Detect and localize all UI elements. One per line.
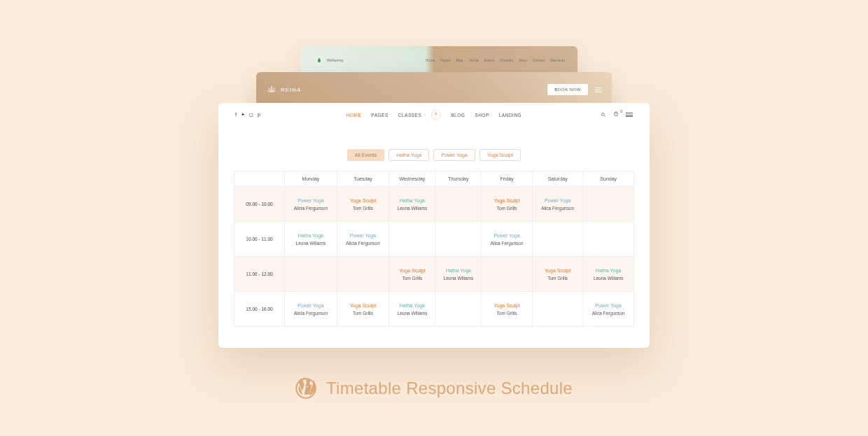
col-day: Wednesday [389,171,435,187]
class-name: Power Yoga [285,197,337,204]
table-row: 11.00 - 12.00Yoga SculptTom GrillsHatha … [234,257,634,292]
hamburger-icon[interactable] [595,87,602,92]
col-day: Tuesday [337,171,389,187]
table-header-row: Monday Tuesday Wednesday Thursday Friday… [234,171,634,187]
slot-cell[interactable]: Yoga SculptTom Grills [337,187,389,222]
filter-sculpt[interactable]: Yoga Sculpt [479,149,521,161]
slot-cell[interactable]: Hatha YogaLeona Wiliams [285,222,337,257]
instructor-name: Tom Grills [337,311,389,316]
instructor-name: Leona Wiliams [285,241,337,246]
table-row: 10.00 - 11.00Hatha YogaLeona WiliamsPowe… [234,222,634,257]
wordpress-icon [295,378,316,399]
instructor-name: Alicia Fergunson [285,311,337,316]
class-name: Hatha Yoga [435,267,481,274]
class-name: Power Yoga [337,232,389,239]
class-name: Power Yoga [482,232,532,239]
search-icon[interactable] [601,112,606,118]
slot-cell [583,187,634,222]
lotus-icon [266,84,277,95]
leaf-icon [316,57,322,63]
slot-cell[interactable]: Yoga SculptTom Grills [482,292,533,327]
preview-card-reina: REINA BOOK NOW [256,72,612,107]
site-logo[interactable] [431,110,441,120]
slot-cell[interactable]: Yoga SculptTom Grills [389,257,435,292]
instructor-name: Tom Grills [533,276,583,281]
social-links: f ✦ ◻ p [235,112,260,118]
svg-point-1 [601,113,604,115]
class-name: Yoga Sculpt [533,267,583,274]
time-cell: 15.00 - 16.00 [234,292,285,327]
time-cell: 11.00 - 12.00 [234,257,285,292]
slot-cell [435,292,482,327]
slot-cell[interactable]: Power YogaAlicia Fergunson [337,222,389,257]
slot-cell[interactable]: Power YogaAlica Fergunson [482,222,533,257]
menu-icon[interactable] [626,113,633,117]
timetable: Monday Tuesday Wednesday Thursday Friday… [234,171,634,327]
slot-cell[interactable]: Power YogaAlicia Fergunson [285,292,337,327]
instructor-name: Alicia Fergunson [337,241,389,246]
instructor-name: Alica Fergunson [533,206,583,211]
slot-cell[interactable]: Power YogaAlica Fergunson [583,292,634,327]
main-menu: HOME PAGES CLASSES BLOG SHOP LANDING [346,110,522,120]
instructor-name: Tom Grills [482,206,532,211]
slot-cell[interactable]: Hatha YogaLeona Wiliams [389,292,435,327]
nav-blog[interactable]: BLOG [451,113,465,118]
nav-item: Events [484,58,495,62]
filter-hatha[interactable]: Hatha Yoga [388,149,429,161]
slot-cell[interactable]: Hatha YogaLeona Wiliams [389,187,435,222]
nav-item: Pages [440,58,450,62]
slot-cell [532,292,583,327]
slot-cell[interactable]: Hatha YogaLeona Wiliams [583,257,634,292]
slot-cell [482,257,533,292]
twitter-icon[interactable]: ✦ [241,112,245,118]
nav-shop[interactable]: SHOP [475,113,489,118]
pinterest-icon[interactable]: p [258,112,260,118]
slot-cell [532,222,583,257]
nav-item: Home [426,58,435,62]
instructor-name: Leona Wiliams [435,276,481,281]
cart-icon[interactable]: 0 [613,111,619,118]
nav-item: Venue [468,58,478,62]
instructor-name: Leona Wiliams [583,276,634,281]
slot-cell[interactable]: Yoga SculptTom Grills [482,187,533,222]
slot-cell [435,222,482,257]
timetable-card: f ✦ ◻ p HOME PAGES CLASSES BLOG SHOP LAN… [218,103,650,348]
instagram-icon[interactable]: ◻ [249,112,253,118]
slot-cell[interactable]: Hatha YogaLeona Wiliams [435,257,482,292]
lotus-mark-icon [431,110,441,120]
slot-cell[interactable]: Power YogaAlicia Fergunson [285,187,337,222]
col-time [234,171,285,187]
svg-line-2 [604,115,606,117]
nav-classes[interactable]: CLASSES [398,113,422,118]
filter-power[interactable]: Power Yoga [433,149,475,161]
nav-landing[interactable]: LANDING [499,113,522,118]
slot-cell[interactable]: Yoga SculptTom Grills [532,257,583,292]
slot-cell [583,222,634,257]
table-row: 09.00 - 10.00Power YogaAlicia FergunsonY… [234,187,634,222]
slot-cell[interactable]: Yoga SculptTom Grills [337,292,389,327]
reina-logo: REINA [266,84,301,95]
book-now-button[interactable]: BOOK NOW [547,84,588,95]
slot-cell [285,257,337,292]
nav-item: Elements [550,58,565,62]
slot-cell [389,222,435,257]
class-name: Hatha Yoga [583,267,634,274]
class-name: Power Yoga [285,302,337,309]
slot-cell [435,187,482,222]
class-name: Yoga Sculpt [482,197,532,204]
instructor-name: Tom Grills [389,276,435,281]
filter-all[interactable]: All Events [347,149,384,161]
nav-item: Blog [456,58,463,62]
cart-count: 0 [620,109,622,113]
nav-item: Contact [533,58,545,62]
col-day: Friday [482,171,533,187]
facebook-icon[interactable]: f [235,112,237,118]
instructor-name: Alica Fergunson [583,311,634,316]
table-row: 15.00 - 16.00Power YogaAlicia FergunsonY… [234,292,634,327]
nav-right: 0 [601,111,633,118]
slot-cell[interactable]: Power YogaAlica Fergunson [532,187,583,222]
nav-home[interactable]: HOME [346,113,362,118]
nav-pages[interactable]: PAGES [371,113,388,118]
class-name: Hatha Yoga [389,302,435,309]
col-day: Saturday [532,171,583,187]
